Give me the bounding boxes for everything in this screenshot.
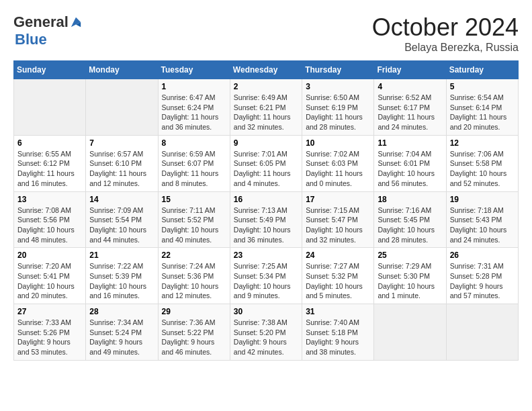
day-cell: 8Sunrise: 6:59 AMSunset: 6:07 PMDaylight…	[158, 135, 230, 191]
day-cell: 27Sunrise: 7:33 AMSunset: 5:26 PMDayligh…	[14, 304, 86, 361]
day-info: Sunrise: 7:40 AMSunset: 5:18 PMDaylight:…	[306, 318, 370, 357]
week-row-5: 27Sunrise: 7:33 AMSunset: 5:26 PMDayligh…	[14, 304, 519, 361]
day-info: Sunrise: 6:59 AMSunset: 6:07 PMDaylight:…	[162, 149, 226, 189]
day-number: 29	[162, 307, 226, 316]
month-title: October 2024	[372, 13, 519, 42]
day-info: Sunrise: 6:47 AMSunset: 6:24 PMDaylight:…	[162, 93, 226, 132]
day-cell: 4Sunrise: 6:52 AMSunset: 6:17 PMDaylight…	[374, 79, 446, 136]
day-cell: 14Sunrise: 7:09 AMSunset: 5:54 PMDayligh…	[86, 191, 158, 248]
day-number: 5	[450, 82, 515, 91]
day-number: 11	[378, 138, 442, 148]
day-cell	[446, 304, 518, 361]
day-cell: 18Sunrise: 7:16 AMSunset: 5:45 PMDayligh…	[374, 191, 446, 248]
day-cell: 26Sunrise: 7:31 AMSunset: 5:28 PMDayligh…	[446, 248, 518, 304]
day-number: 10	[306, 138, 370, 148]
day-cell	[374, 304, 446, 361]
day-info: Sunrise: 7:29 AMSunset: 5:30 PMDaylight:…	[378, 261, 442, 301]
day-number: 14	[89, 195, 154, 204]
title-block: October 2024 Belaya Berezka, Russia	[372, 13, 519, 54]
day-info: Sunrise: 7:27 AMSunset: 5:32 PMDaylight:…	[306, 261, 370, 301]
day-cell: 23Sunrise: 7:25 AMSunset: 5:34 PMDayligh…	[230, 248, 302, 304]
header-wednesday: Wednesday	[230, 61, 302, 79]
day-cell: 31Sunrise: 7:40 AMSunset: 5:18 PMDayligh…	[302, 304, 374, 361]
day-cell: 11Sunrise: 7:04 AMSunset: 6:01 PMDayligh…	[374, 135, 446, 191]
logo-icon	[70, 16, 82, 28]
day-info: Sunrise: 6:55 AMSunset: 6:12 PMDaylight:…	[17, 149, 82, 189]
day-cell: 25Sunrise: 7:29 AMSunset: 5:30 PMDayligh…	[374, 248, 446, 304]
day-number: 23	[234, 250, 298, 260]
day-number: 21	[89, 250, 154, 260]
day-cell: 20Sunrise: 7:20 AMSunset: 5:41 PMDayligh…	[14, 248, 86, 304]
location-subtitle: Belaya Berezka, Russia	[372, 42, 519, 54]
day-cell: 19Sunrise: 7:18 AMSunset: 5:43 PMDayligh…	[446, 191, 518, 248]
day-cell	[86, 79, 158, 136]
day-info: Sunrise: 7:18 AMSunset: 5:43 PMDaylight:…	[450, 205, 515, 245]
day-number: 6	[17, 138, 82, 148]
day-cell: 30Sunrise: 7:38 AMSunset: 5:20 PMDayligh…	[230, 304, 302, 361]
day-info: Sunrise: 7:34 AMSunset: 5:24 PMDaylight:…	[89, 318, 154, 357]
day-number: 7	[89, 138, 154, 148]
logo-blue: Blue	[15, 31, 47, 48]
day-cell: 21Sunrise: 7:22 AMSunset: 5:39 PMDayligh…	[86, 248, 158, 304]
day-cell: 12Sunrise: 7:06 AMSunset: 5:58 PMDayligh…	[446, 135, 518, 191]
day-cell: 7Sunrise: 6:57 AMSunset: 6:10 PMDaylight…	[86, 135, 158, 191]
week-row-2: 6Sunrise: 6:55 AMSunset: 6:12 PMDaylight…	[14, 135, 519, 191]
header-friday: Friday	[374, 61, 446, 79]
day-cell: 9Sunrise: 7:01 AMSunset: 6:05 PMDaylight…	[230, 135, 302, 191]
day-info: Sunrise: 6:49 AMSunset: 6:21 PMDaylight:…	[234, 93, 298, 132]
day-number: 19	[450, 195, 515, 204]
day-cell: 1Sunrise: 6:47 AMSunset: 6:24 PMDaylight…	[158, 79, 230, 136]
day-info: Sunrise: 7:22 AMSunset: 5:39 PMDaylight:…	[89, 261, 154, 301]
day-info: Sunrise: 7:11 AMSunset: 5:52 PMDaylight:…	[162, 205, 226, 245]
day-info: Sunrise: 7:08 AMSunset: 5:56 PMDaylight:…	[17, 205, 82, 245]
day-number: 1	[162, 82, 226, 91]
day-number: 4	[378, 82, 442, 91]
day-number: 30	[234, 307, 298, 316]
day-info: Sunrise: 6:57 AMSunset: 6:10 PMDaylight:…	[89, 149, 154, 189]
day-number: 26	[450, 250, 515, 260]
day-cell: 6Sunrise: 6:55 AMSunset: 6:12 PMDaylight…	[14, 135, 86, 191]
header-monday: Monday	[86, 61, 158, 79]
day-number: 27	[17, 307, 82, 316]
day-cell: 10Sunrise: 7:02 AMSunset: 6:03 PMDayligh…	[302, 135, 374, 191]
day-cell: 22Sunrise: 7:24 AMSunset: 5:36 PMDayligh…	[158, 248, 230, 304]
day-info: Sunrise: 7:25 AMSunset: 5:34 PMDaylight:…	[234, 261, 298, 301]
calendar-table: SundayMondayTuesdayWednesdayThursdayFrid…	[13, 60, 519, 361]
day-cell	[14, 79, 86, 136]
header-tuesday: Tuesday	[158, 61, 230, 79]
day-info: Sunrise: 7:13 AMSunset: 5:49 PMDaylight:…	[234, 205, 298, 245]
day-number: 25	[378, 250, 442, 260]
day-info: Sunrise: 7:06 AMSunset: 5:58 PMDaylight:…	[450, 149, 515, 189]
day-number: 24	[306, 250, 370, 260]
week-row-3: 13Sunrise: 7:08 AMSunset: 5:56 PMDayligh…	[14, 191, 519, 248]
day-cell: 24Sunrise: 7:27 AMSunset: 5:32 PMDayligh…	[302, 248, 374, 304]
day-info: Sunrise: 7:20 AMSunset: 5:41 PMDaylight:…	[17, 261, 82, 301]
week-row-4: 20Sunrise: 7:20 AMSunset: 5:41 PMDayligh…	[14, 248, 519, 304]
day-number: 28	[89, 307, 154, 316]
logo: General Blue	[13, 13, 82, 48]
day-number: 13	[17, 195, 82, 204]
day-number: 3	[306, 82, 370, 91]
day-info: Sunrise: 7:15 AMSunset: 5:47 PMDaylight:…	[306, 205, 370, 245]
day-cell: 13Sunrise: 7:08 AMSunset: 5:56 PMDayligh…	[14, 191, 86, 248]
day-info: Sunrise: 7:24 AMSunset: 5:36 PMDaylight:…	[162, 261, 226, 301]
day-number: 2	[234, 82, 298, 91]
day-info: Sunrise: 7:04 AMSunset: 6:01 PMDaylight:…	[378, 149, 442, 189]
header-row: SundayMondayTuesdayWednesdayThursdayFrid…	[14, 61, 519, 79]
day-info: Sunrise: 6:52 AMSunset: 6:17 PMDaylight:…	[378, 93, 442, 132]
day-number: 22	[162, 250, 226, 260]
header-thursday: Thursday	[302, 61, 374, 79]
day-cell: 3Sunrise: 6:50 AMSunset: 6:19 PMDaylight…	[302, 79, 374, 136]
day-number: 8	[162, 138, 226, 148]
header-sunday: Sunday	[14, 61, 86, 79]
day-info: Sunrise: 7:31 AMSunset: 5:28 PMDaylight:…	[450, 261, 515, 301]
day-cell: 17Sunrise: 7:15 AMSunset: 5:47 PMDayligh…	[302, 191, 374, 248]
day-number: 9	[234, 138, 298, 148]
day-cell: 28Sunrise: 7:34 AMSunset: 5:24 PMDayligh…	[86, 304, 158, 361]
day-number: 16	[234, 195, 298, 204]
header-saturday: Saturday	[446, 61, 518, 79]
page-header: General Blue October 2024 Belaya Berezka…	[13, 13, 519, 54]
day-number: 31	[306, 307, 370, 316]
day-cell: 16Sunrise: 7:13 AMSunset: 5:49 PMDayligh…	[230, 191, 302, 248]
day-number: 18	[378, 195, 442, 204]
